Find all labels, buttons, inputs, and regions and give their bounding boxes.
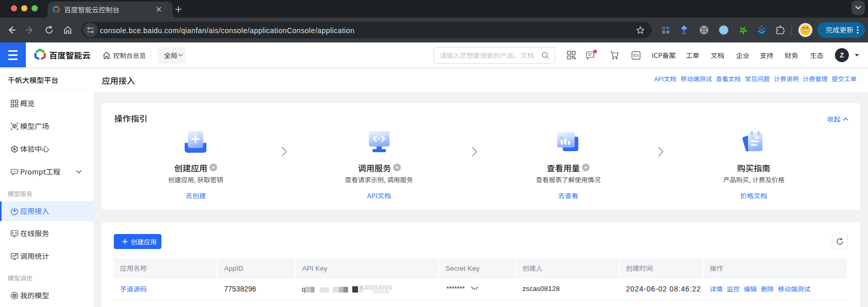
svg-text:En: En (633, 53, 639, 58)
